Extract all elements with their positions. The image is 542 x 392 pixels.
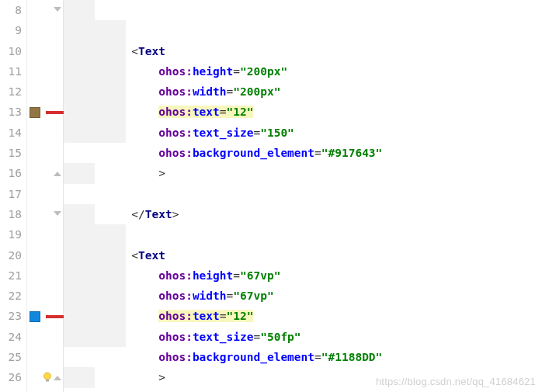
colon: : — [186, 351, 193, 363]
line-number: 14 — [0, 123, 26, 143]
attr-value: "67vp" — [233, 290, 273, 302]
color-swatch[interactable] — [30, 311, 40, 322]
attr-name: text_size — [193, 127, 254, 139]
tag-open-angle: </ — [131, 208, 144, 220]
attr-namespace: ohos — [158, 351, 186, 363]
attr-namespace: ohos — [158, 290, 186, 302]
equals: = — [220, 106, 227, 118]
tag-open-angle: < — [131, 249, 138, 262]
code-editor: 8 9 10 11 12 13 14 15 16 17 18 19 20 21 … — [0, 0, 542, 392]
attr-name: background_element — [193, 351, 314, 363]
attr-value: "67vp" — [240, 269, 280, 282]
equals: = — [220, 310, 227, 322]
line-number: 16 — [0, 163, 26, 183]
line-number: 10 — [0, 41, 26, 61]
attr-namespace: ohos — [158, 65, 186, 78]
colon: : — [186, 269, 193, 282]
tag-name: Text — [138, 249, 165, 262]
attr-namespace: ohos — [158, 127, 186, 139]
attr-value: "#1188DD" — [321, 351, 383, 363]
colon: : — [186, 331, 193, 343]
attr-namespace: ohos — [158, 331, 186, 343]
attr-name: text — [193, 106, 220, 118]
line-number: 8 — [0, 0, 26, 20]
line-number: 15 — [0, 143, 26, 163]
attr-value: "#917643" — [321, 147, 383, 159]
line-number: 25 — [0, 347, 26, 367]
attr-namespace: ohos — [158, 269, 186, 282]
color-swatch[interactable] — [30, 107, 40, 118]
line-number: 26 — [0, 367, 26, 387]
colon: : — [186, 147, 193, 159]
line-number: 18 — [0, 204, 26, 224]
line-number: 9 — [0, 20, 26, 40]
equals: = — [253, 331, 260, 343]
attr-value: "200px" — [240, 65, 287, 78]
tag-close-angle: > — [172, 208, 179, 220]
tag-close-angle: > — [158, 167, 165, 179]
colon: : — [186, 310, 193, 322]
lightbulb-icon[interactable] — [42, 372, 53, 383]
equals: = — [314, 351, 321, 363]
attr-name: width — [193, 85, 227, 98]
equals: = — [233, 65, 240, 78]
attr-name: text_size — [193, 331, 254, 343]
line-number: 21 — [0, 265, 26, 286]
equals: = — [227, 290, 234, 302]
attr-namespace: ohos — [158, 85, 186, 98]
line-number: 20 — [0, 245, 26, 265]
tag-open-angle: < — [131, 45, 138, 57]
fold-collapse-icon[interactable] — [54, 7, 61, 13]
attr-value: "200px" — [233, 85, 280, 98]
fold-end-icon[interactable] — [54, 374, 61, 380]
tag-name: Text — [145, 208, 172, 220]
svg-rect-1 — [46, 380, 49, 382]
attr-namespace: ohos — [158, 147, 186, 159]
attr-namespace: ohos — [158, 310, 186, 322]
svg-point-0 — [44, 373, 51, 380]
equals: = — [227, 85, 234, 98]
code-line[interactable]: ohos:height="200px" — [64, 20, 542, 40]
line-number-gutter: 8 9 10 11 12 13 14 15 16 17 18 19 20 21 … — [0, 0, 27, 392]
equals: = — [233, 269, 240, 282]
line-number: 19 — [0, 224, 26, 245]
attr-value: "50fp" — [260, 331, 301, 343]
code-line[interactable]: ohos:height="67vp" — [64, 224, 542, 245]
equals: = — [314, 147, 321, 159]
code-line[interactable] — [64, 184, 542, 204]
line-number: 13 — [0, 102, 26, 122]
attr-value: "12" — [227, 106, 254, 118]
code-area[interactable]: <Text ohos:height="200px" ohos:width="20… — [64, 0, 542, 392]
line-number: 22 — [0, 286, 26, 306]
attr-name: text — [193, 310, 220, 322]
tag-name: Text — [138, 45, 165, 57]
code-line[interactable]: <Text — [64, 0, 542, 20]
line-number: 17 — [0, 184, 26, 204]
attr-name: background_element — [193, 147, 314, 159]
fold-collapse-icon[interactable] — [54, 211, 61, 217]
fold-end-icon[interactable] — [54, 170, 61, 176]
line-number: 12 — [0, 82, 26, 102]
attr-name: height — [193, 65, 233, 78]
line-number: 23 — [0, 306, 26, 326]
colon: : — [186, 290, 193, 302]
attr-namespace: ohos — [158, 106, 186, 118]
line-number: 24 — [0, 327, 26, 347]
colon: : — [186, 85, 193, 98]
attr-name: height — [193, 269, 233, 282]
attr-value: "12" — [227, 310, 254, 322]
attr-name: width — [193, 290, 227, 302]
colon: : — [186, 106, 193, 118]
annotation-gutter — [27, 0, 64, 392]
line-number: 11 — [0, 61, 26, 82]
colon: : — [186, 127, 193, 139]
tag-close-angle: > — [158, 371, 165, 383]
colon: : — [186, 65, 193, 78]
equals: = — [253, 127, 260, 139]
attr-value: "150" — [260, 127, 294, 139]
